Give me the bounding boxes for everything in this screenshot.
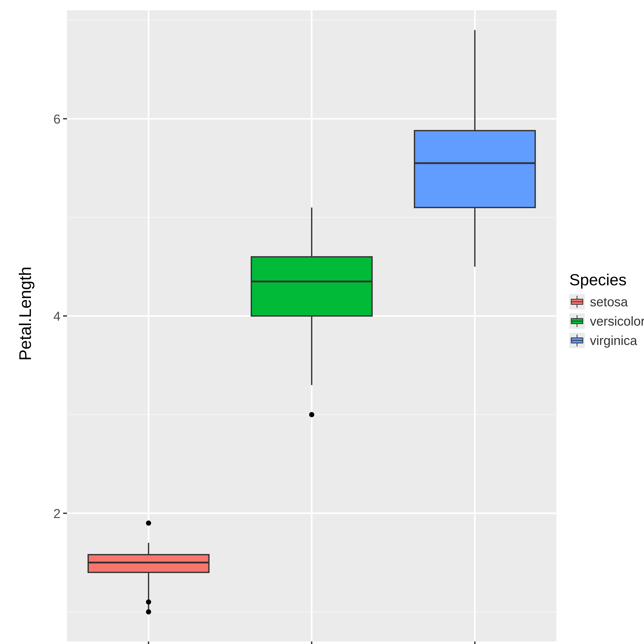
legend: Species setosaversicolorvirginica xyxy=(569,270,644,352)
legend-item-setosa: setosa xyxy=(569,294,644,310)
plot-svg xyxy=(67,10,556,641)
outlier xyxy=(309,412,314,417)
y-tick-label: 2 xyxy=(53,506,61,521)
legend-item-versicolor: versicolor xyxy=(569,313,644,329)
box-setosa xyxy=(88,555,209,572)
legend-item-virginica: virginica xyxy=(569,333,644,348)
outlier xyxy=(146,609,151,614)
outlier xyxy=(146,520,151,526)
x-tick-mark xyxy=(311,641,312,644)
y-tick-mark xyxy=(63,118,67,119)
y-tick-mark xyxy=(63,315,67,317)
legend-key xyxy=(569,333,585,348)
chart-root: Petal.Length Species 246 setosaversicolo… xyxy=(0,0,644,644)
x-tick-mark xyxy=(148,641,149,644)
y-axis-title-text: Petal.Length xyxy=(16,267,35,361)
y-tick-label: 6 xyxy=(53,112,61,126)
box-versicolor xyxy=(251,257,372,316)
legend-label: virginica xyxy=(590,333,637,348)
legend-label: setosa xyxy=(590,294,628,309)
legend-key xyxy=(569,313,585,329)
legend-title: Species xyxy=(569,270,644,289)
y-tick-label: 4 xyxy=(53,309,61,324)
legend-items: setosaversicolorvirginica xyxy=(569,294,644,348)
y-tick-mark xyxy=(63,513,67,514)
box-virginica xyxy=(414,131,535,207)
outlier xyxy=(146,599,151,605)
legend-label: versicolor xyxy=(590,314,644,329)
legend-key xyxy=(569,294,585,310)
y-axis-title: Petal.Length xyxy=(15,267,35,361)
x-tick-mark xyxy=(474,641,476,644)
plot-panel xyxy=(67,10,556,641)
